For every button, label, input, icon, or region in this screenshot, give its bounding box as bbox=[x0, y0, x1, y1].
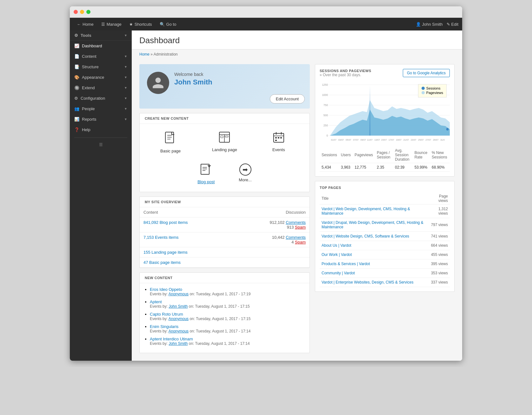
chevron-down-icon: ▼ bbox=[124, 107, 127, 110]
content-title-link[interactable]: Aptent bbox=[150, 299, 162, 304]
create-more[interactable]: ➡ More... bbox=[236, 161, 254, 187]
content-title-link[interactable]: Enim Singularis bbox=[150, 324, 178, 329]
content-icon: 📄 bbox=[74, 54, 79, 59]
row-count-type[interactable]: 47 Basic page items bbox=[143, 260, 181, 265]
table-row: Vardot | Enterprise Websites, Design, CM… bbox=[320, 278, 450, 287]
col-discussion: Discussion bbox=[232, 207, 309, 218]
content-title-link[interactable]: Capto Roto Utrum bbox=[150, 312, 183, 317]
sessions-legend-dot bbox=[422, 87, 425, 90]
comments-count: 912,102 bbox=[270, 220, 285, 225]
page-title-link[interactable]: Vardot | Drupal, Web Design, Development… bbox=[322, 220, 423, 229]
row-count-type[interactable]: 7,153 Events items bbox=[143, 235, 179, 240]
content-title-link[interactable]: Eros Ideo Oppeto bbox=[150, 287, 182, 292]
table-row: Vardot | Web Design, Development, CMS, H… bbox=[320, 204, 450, 218]
right-column: SESSIONS AND PAGEVIEWS » Over the past 3… bbox=[315, 64, 455, 353]
people-icon: 👥 bbox=[74, 106, 79, 111]
maximize-button[interactable] bbox=[86, 10, 90, 14]
page-title-link[interactable]: Community | Vardot bbox=[322, 271, 355, 275]
page-title-link[interactable]: Vardot | Web Design, Development, CMS, H… bbox=[322, 207, 410, 216]
create-landing-page[interactable]: Landing page bbox=[199, 129, 250, 156]
chart-legend: Sessions Pageviews bbox=[418, 84, 447, 97]
user-icon: 👤 bbox=[416, 22, 421, 27]
svg-rect-10 bbox=[275, 137, 277, 138]
spam-link[interactable]: Spam bbox=[295, 225, 306, 230]
author-link[interactable]: Anonymous bbox=[169, 329, 189, 333]
spam-link[interactable]: Spam bbox=[295, 240, 306, 244]
sidebar-item-people[interactable]: 👥 People ▼ bbox=[70, 104, 132, 114]
home-nav-item[interactable]: ← Home bbox=[74, 21, 97, 28]
sidebar-item-appearance[interactable]: 🎨 Appearance ▼ bbox=[70, 72, 132, 83]
person-icon bbox=[151, 76, 165, 90]
page-title-link[interactable]: Vardot | Website Design, CMS, Software &… bbox=[322, 234, 409, 238]
col-views: Page views bbox=[428, 193, 450, 204]
sidebar-item-dashboard[interactable]: 📈 Dashboard bbox=[70, 41, 132, 51]
col-users: Users bbox=[339, 147, 353, 163]
svg-text:07/07: 07/07 bbox=[353, 138, 358, 141]
row-count-type[interactable]: 841,092 Blog post items bbox=[143, 220, 188, 225]
shortcuts-nav-item[interactable]: ★ Shortcuts bbox=[126, 21, 155, 28]
analytics-stats-table: Sessions Users Pageviews Pages / Session… bbox=[320, 147, 450, 172]
svg-text:1250: 1250 bbox=[322, 83, 328, 86]
author-link[interactable]: John Smith bbox=[169, 304, 188, 309]
user-nav-item[interactable]: 👤 John Smith bbox=[416, 22, 443, 27]
col-new-sessions: % New Sessions bbox=[430, 147, 450, 163]
breadcrumb-current: Administration bbox=[154, 52, 178, 57]
stat-pageviews: 12,775 bbox=[353, 163, 375, 172]
svg-point-46 bbox=[446, 128, 449, 131]
col-title: Title bbox=[320, 193, 428, 204]
chevron-down-icon: ▼ bbox=[124, 97, 127, 100]
svg-text:31/4: 31/4 bbox=[440, 138, 445, 141]
svg-text:17/07: 17/07 bbox=[389, 138, 394, 141]
list-item: Aptent Interdico Utinam Events by: John … bbox=[150, 337, 304, 346]
table-row: Vardot | Drupal, Web Design, Development… bbox=[320, 218, 450, 232]
spam-count: 913 bbox=[287, 225, 294, 230]
table-row: Our Work | Vardot 455 views bbox=[320, 250, 450, 259]
goto-label: Go to bbox=[166, 22, 176, 27]
edit-account-button[interactable]: Edit Account bbox=[270, 94, 305, 104]
create-basic-page[interactable]: Basic page bbox=[145, 129, 196, 156]
goto-nav-item[interactable]: 🔍 Go to bbox=[156, 21, 180, 28]
create-row2: Blog post ➡ More... bbox=[140, 161, 309, 192]
sidebar-item-configuration[interactable]: ⚙ Configuration ▼ bbox=[70, 93, 132, 104]
page-views: 1,312 views bbox=[428, 204, 450, 218]
chart-container: 1250 1000 750 500 250 0 bbox=[320, 81, 450, 144]
pageviews-legend: Pageviews bbox=[422, 91, 443, 95]
page-title-link[interactable]: Our Work | Vardot bbox=[322, 252, 352, 257]
author-link[interactable]: Anonymous bbox=[169, 317, 189, 321]
sidebar-item-reports[interactable]: 📊 Reports ▼ bbox=[70, 114, 132, 124]
create-blog-post[interactable]: Blog post bbox=[195, 161, 217, 187]
author-link[interactable]: Anonymous bbox=[169, 292, 189, 296]
edit-nav-item[interactable]: ✎ Edit bbox=[447, 22, 458, 27]
page-title-link[interactable]: About Us | Vardot bbox=[322, 243, 351, 248]
sidebar-item-structure[interactable]: 📑 Structure ▼ bbox=[70, 62, 132, 72]
row-count-type[interactable]: 155 Landing page items bbox=[143, 250, 188, 255]
go-to-ga-button[interactable]: Go to Google Analytics bbox=[403, 69, 450, 77]
page-title-link[interactable]: Products & Services | Vardot bbox=[322, 262, 370, 266]
sidebar-item-label: Appearance bbox=[82, 75, 104, 80]
minimize-button[interactable] bbox=[80, 10, 84, 14]
page-views: 395 views bbox=[428, 259, 450, 269]
sidebar-item-help[interactable]: ❓ Help bbox=[70, 124, 132, 135]
create-events[interactable]: Events bbox=[253, 129, 304, 156]
analytics-header: SESSIONS AND PAGEVIEWS » Over the past 3… bbox=[320, 69, 450, 80]
page-title-link[interactable]: Vardot | Enterprise Websites, Design, CM… bbox=[322, 280, 413, 284]
welcome-text-block: Welcome back John Smith bbox=[174, 72, 212, 86]
page-views: 455 views bbox=[428, 250, 450, 259]
sidebar-item-extend[interactable]: 🔘 Extend ▼ bbox=[70, 83, 132, 93]
close-button[interactable] bbox=[74, 10, 78, 14]
site-overview-header: MY SITE OVERVIEW bbox=[140, 197, 309, 207]
svg-text:250: 250 bbox=[323, 124, 328, 127]
svg-text:15/07: 15/07 bbox=[381, 138, 387, 141]
table-row: Community | Vardot 353 views bbox=[320, 269, 450, 278]
content-title-link[interactable]: Aptent Interdico Utinam bbox=[150, 337, 193, 341]
sessions-legend-label: Sessions bbox=[426, 86, 441, 90]
comments-link[interactable]: Comments bbox=[286, 220, 306, 225]
sidebar-item-content[interactable]: 📄 Content ▼ bbox=[70, 51, 132, 62]
comments-link[interactable]: Comments bbox=[286, 235, 306, 240]
sidebar-collapse-button[interactable]: ☰ bbox=[70, 140, 132, 149]
breadcrumb-home[interactable]: Home bbox=[139, 52, 150, 57]
table-row: Products & Services | Vardot 395 views bbox=[320, 259, 450, 269]
author-link[interactable]: John Smith bbox=[169, 341, 188, 346]
manage-nav-item[interactable]: ☰ Manage bbox=[98, 21, 125, 28]
sidebar-divider bbox=[74, 137, 127, 138]
